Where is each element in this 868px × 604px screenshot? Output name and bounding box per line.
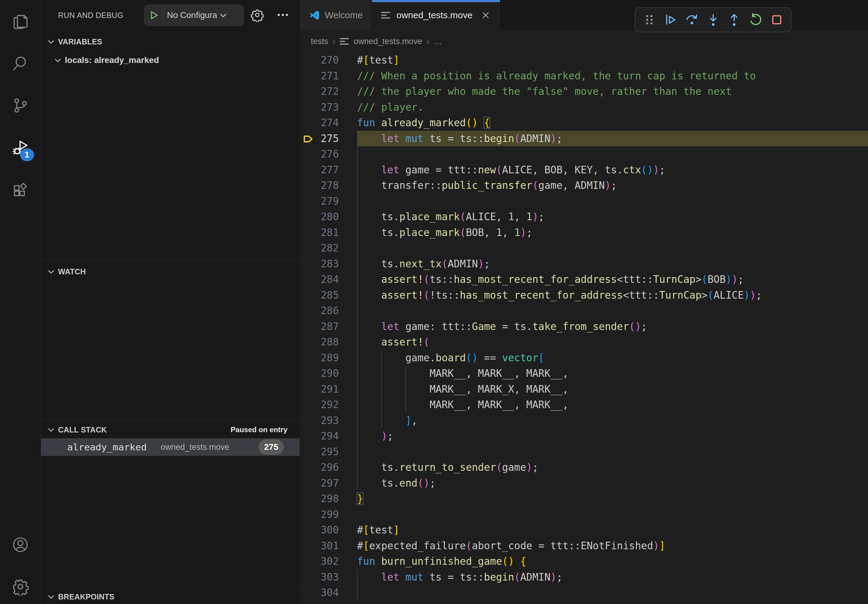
code-text[interactable] [357, 303, 868, 319]
code-text[interactable]: let mut ts = ts::begin(ADMIN); [357, 131, 868, 147]
code-text[interactable] [357, 507, 868, 522]
line-number[interactable]: 289 [300, 350, 357, 366]
code-text[interactable]: /// When a position is already marked, t… [357, 68, 868, 84]
line-number[interactable]: 286 [300, 303, 357, 319]
line-number[interactable]: 280 [300, 209, 357, 225]
code-text[interactable]: let game = ttt::new(ALICE, BOB, KEY, ts.… [357, 162, 868, 178]
close-tab-icon[interactable] [480, 10, 491, 20]
code-line-280[interactable]: 280 ts.place_mark(ALICE, 1, 1); [300, 209, 868, 225]
code-text[interactable] [357, 444, 868, 460]
code-line-301[interactable]: 301#[expected_failure(abort_code = ttt::… [300, 538, 868, 554]
stop-icon[interactable] [769, 12, 784, 27]
settings-gear-icon[interactable] [12, 578, 29, 595]
code-line-283[interactable]: 283 ts.next_tx(ADMIN); [300, 256, 868, 272]
code-line-279[interactable]: 279 [300, 194, 868, 209]
line-number[interactable]: 282 [300, 240, 357, 256]
code-text[interactable]: #[expected_failure(abort_code = ttt::ENo… [357, 538, 868, 554]
toolbar-drag-handle[interactable] [642, 12, 657, 27]
run-and-debug-icon[interactable]: 1 [12, 139, 29, 157]
code-line-281[interactable]: 281 ts.place_mark(BOB, 1, 1); [300, 225, 868, 240]
code-text[interactable]: transfer::public_transfer(game, ADMIN); [357, 178, 868, 194]
code-text[interactable]: let mut ts = ts::begin(ADMIN); [357, 569, 868, 585]
code-line-271[interactable]: 271/// When a position is already marked… [300, 68, 868, 84]
code-text[interactable] [357, 585, 868, 601]
code-line-286[interactable]: 286 [300, 303, 868, 319]
code-text[interactable]: #[test] [357, 522, 868, 538]
line-number[interactable]: 297 [300, 475, 357, 491]
code-line-300[interactable]: 300#[test] [300, 522, 868, 538]
breadcrumb-folder[interactable]: tests [311, 37, 328, 46]
code-line-302[interactable]: 302fun burn_unfinished_game() { [300, 553, 868, 569]
line-number[interactable]: 299 [300, 507, 357, 522]
code-text[interactable]: ); [357, 428, 868, 444]
code-line-304[interactable]: 304 [300, 585, 868, 601]
explorer-icon[interactable] [12, 12, 29, 30]
step-into-icon[interactable] [706, 12, 721, 27]
line-number[interactable]: 302 [300, 553, 357, 569]
restart-icon[interactable] [748, 12, 763, 27]
breadcrumb-file[interactable]: owned_tests.move [354, 37, 422, 46]
code-text[interactable]: assert!(ts::has_most_recent_for_address<… [357, 272, 868, 287]
section-divider[interactable] [41, 587, 299, 587]
line-number[interactable]: 277 [300, 162, 357, 178]
line-number[interactable]: 296 [300, 460, 357, 475]
call-stack-frame-row[interactable]: already_marked owned_tests.move 275 [41, 438, 299, 456]
line-number[interactable]: 300 [300, 522, 357, 538]
call-stack-section-header[interactable]: CALL STACK Paused on entry [41, 421, 299, 438]
code-text[interactable] [357, 146, 868, 162]
line-number[interactable]: 287 [300, 319, 357, 335]
code-line-289[interactable]: 289 game.board() == vector[ [300, 350, 868, 366]
line-number[interactable]: 283 [300, 256, 357, 272]
code-text[interactable]: ts.place_mark(ALICE, 1, 1); [357, 209, 868, 225]
code-text[interactable]: MARK__, MARK_X, MARK__, [357, 381, 868, 397]
section-divider[interactable] [41, 260, 299, 260]
line-number[interactable]: 295 [300, 444, 357, 460]
tab-welcome[interactable]: Welcome [300, 0, 372, 30]
code-text[interactable]: ts.end(); [357, 475, 868, 491]
step-over-icon[interactable] [685, 12, 699, 27]
watch-section-header[interactable]: WATCH [41, 263, 299, 280]
code-text[interactable]: ], [357, 413, 868, 429]
more-actions-icon[interactable] [276, 8, 290, 22]
line-number[interactable]: 288 [300, 334, 357, 350]
source-control-icon[interactable] [12, 97, 29, 115]
code-text[interactable]: /// player. [357, 99, 868, 115]
code-line-299[interactable]: 299 [300, 507, 868, 522]
code-line-287[interactable]: 287 let game: ttt::Game = ts.take_from_s… [300, 319, 868, 335]
breakpoints-section-header[interactable]: BREAKPOINTS [41, 589, 299, 604]
variables-scope-row[interactable]: locals: already_marked [41, 52, 299, 69]
extensions-icon[interactable] [12, 182, 29, 200]
line-number[interactable]: 294 [300, 428, 357, 444]
tab-owned-tests-move[interactable]: owned_tests.move [372, 0, 500, 30]
line-number[interactable]: 275 [300, 131, 357, 147]
line-number[interactable]: 290 [300, 365, 357, 381]
start-debug-icon[interactable] [144, 5, 163, 26]
continue-icon[interactable] [663, 12, 678, 27]
search-icon[interactable] [12, 55, 29, 73]
code-text[interactable]: fun already_marked() { [357, 115, 868, 131]
code-line-288[interactable]: 288 assert!( [300, 334, 868, 350]
code-line-284[interactable]: 284 assert!(ts::has_most_recent_for_addr… [300, 272, 868, 287]
code-text[interactable]: ts.next_tx(ADMIN); [357, 256, 868, 272]
line-number[interactable]: 272 [300, 84, 357, 99]
line-number[interactable]: 270 [300, 52, 357, 68]
code-text[interactable]: /// the player who made the "false" move… [357, 84, 868, 99]
line-number[interactable]: 285 [300, 287, 357, 303]
code-line-274[interactable]: 274fun already_marked() { [300, 115, 868, 131]
code-text[interactable]: MARK__, MARK__, MARK__, [357, 397, 868, 413]
debug-settings-gear-icon[interactable] [250, 8, 264, 22]
code-line-291[interactable]: 291 MARK__, MARK_X, MARK__, [300, 381, 868, 397]
code-text[interactable]: #[test] [357, 52, 868, 68]
code-line-276[interactable]: 276 [300, 146, 868, 162]
line-number[interactable]: 293 [300, 413, 357, 429]
code-line-292[interactable]: 292 MARK__, MARK__, MARK__, [300, 397, 868, 413]
line-number[interactable]: 276 [300, 146, 357, 162]
line-number[interactable]: 279 [300, 194, 357, 209]
code-line-285[interactable]: 285 assert!(!ts::has_most_recent_for_add… [300, 287, 868, 303]
code-text[interactable]: ts.place_mark(BOB, 1, 1); [357, 225, 868, 240]
line-number[interactable]: 291 [300, 381, 357, 397]
line-number[interactable]: 303 [300, 569, 357, 585]
line-number[interactable]: 274 [300, 115, 357, 131]
code-text[interactable]: game.board() == vector[ [357, 350, 868, 366]
line-number[interactable]: 301 [300, 538, 357, 554]
